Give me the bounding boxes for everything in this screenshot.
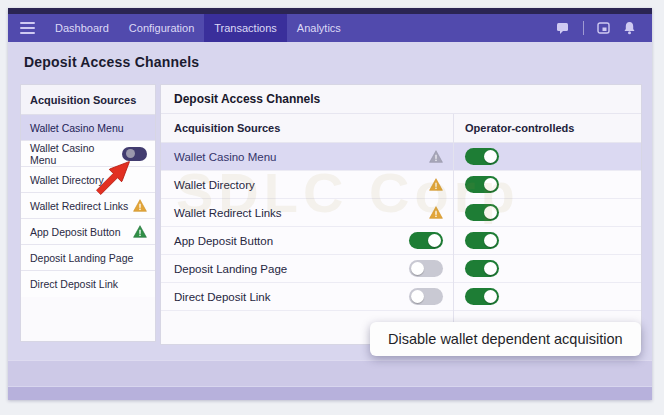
footer-band xyxy=(8,360,652,386)
row-label: Wallet Directory xyxy=(174,179,255,191)
nav-item-transactions[interactable]: Transactions xyxy=(204,14,287,42)
sidebar-item-label: Deposit Landing Page xyxy=(30,252,133,264)
operator-toggle[interactable] xyxy=(465,232,499,249)
column-header-operator-controlleds: Operator-controlleds xyxy=(453,122,574,134)
sidebar-header: Acquisition Sources xyxy=(21,85,155,115)
sidebar-item-label: App Deposit Button xyxy=(30,226,120,238)
chat-icon[interactable] xyxy=(556,22,570,34)
top-navbar: Dashboard Configuration Transactions Ana… xyxy=(8,14,652,42)
source-toggle[interactable] xyxy=(409,260,443,277)
warning-yellow-icon xyxy=(429,206,443,219)
sidebar-item-label: Wallet Casino Menu xyxy=(30,142,122,166)
sidebar-item-direct-deposit-link[interactable]: Direct Deposit Link xyxy=(21,271,155,297)
table-header: Acquisition Sources Operator-controlleds xyxy=(161,114,641,143)
warning-gray-icon xyxy=(429,150,443,163)
page-title: Deposit Access Channels xyxy=(24,54,199,70)
panel-title: Deposit Access Channels xyxy=(161,85,641,114)
hamburger-icon[interactable] xyxy=(20,22,35,34)
row-label: App Deposit Button xyxy=(174,235,273,247)
operator-toggle[interactable] xyxy=(465,204,499,221)
operator-toggle[interactable] xyxy=(465,176,499,193)
operator-toggle[interactable] xyxy=(465,288,499,305)
column-divider xyxy=(453,114,454,344)
source-toggle[interactable] xyxy=(409,232,443,249)
operator-toggle[interactable] xyxy=(465,260,499,277)
pip-window-icon[interactable] xyxy=(597,22,610,34)
row-label: Deposit Landing Page xyxy=(174,263,287,275)
row-label: Wallet Redirect Links xyxy=(174,207,282,219)
nav-divider xyxy=(583,21,584,35)
sidebar-item-app-deposit-button[interactable]: App Deposit Button xyxy=(21,219,155,245)
app-window: Dashboard Configuration Transactions Ana… xyxy=(8,8,652,400)
column-header-acquisition-sources: Acquisition Sources xyxy=(161,122,453,134)
nav-item-configuration[interactable]: Configuration xyxy=(119,14,204,42)
sidebar-item-wallet-casino-menu-toggle-row[interactable]: Wallet Casino Menu xyxy=(21,141,155,167)
source-toggle[interactable] xyxy=(409,288,443,305)
warning-green-icon xyxy=(133,225,147,238)
sidebar-item-wallet-directory[interactable]: Wallet Directory xyxy=(21,167,155,193)
warning-yellow-icon xyxy=(429,178,443,191)
screenshot-root: Dashboard Configuration Transactions Ana… xyxy=(0,0,664,415)
disable-acquisition-tooltip[interactable]: Disable wallet dependent acquisition xyxy=(370,322,641,356)
table-row[interactable]: Wallet Redirect Links xyxy=(161,199,641,227)
table-row[interactable]: Direct Deposit Link xyxy=(161,283,641,311)
bell-icon[interactable] xyxy=(623,21,636,35)
operator-toggle[interactable] xyxy=(465,148,499,165)
sidebar-item-label: Wallet Casino Menu xyxy=(30,122,124,134)
nav-icon-group xyxy=(556,21,636,35)
acquisition-sources-panel: Acquisition Sources Wallet Casino Menu W… xyxy=(20,84,156,342)
row-label: Direct Deposit Link xyxy=(174,291,271,303)
table-row[interactable]: Deposit Landing Page xyxy=(161,255,641,283)
sidebar-item-wallet-casino-menu[interactable]: Wallet Casino Menu xyxy=(21,115,155,141)
deposit-access-channels-panel: Deposit Access Channels Acquisition Sour… xyxy=(160,84,642,345)
sidebar-item-label: Direct Deposit Link xyxy=(30,278,118,290)
row-label: Wallet Casino Menu xyxy=(174,151,276,163)
sidebar-item-wallet-redirect-links[interactable]: Wallet Redirect Links xyxy=(21,193,155,219)
table-row[interactable]: App Deposit Button xyxy=(161,227,641,255)
sidebar-item-label: Wallet Redirect Links xyxy=(30,200,128,212)
table-row[interactable]: Wallet Casino Menu xyxy=(161,143,641,171)
warning-yellow-icon xyxy=(133,199,147,212)
table-row[interactable]: Wallet Directory xyxy=(161,171,641,199)
sidebar-item-deposit-landing-page[interactable]: Deposit Landing Page xyxy=(21,245,155,271)
window-bottom-edge xyxy=(8,387,652,400)
nav-item-analytics[interactable]: Analytics xyxy=(287,14,351,42)
nav-item-dashboard[interactable]: Dashboard xyxy=(45,14,119,42)
